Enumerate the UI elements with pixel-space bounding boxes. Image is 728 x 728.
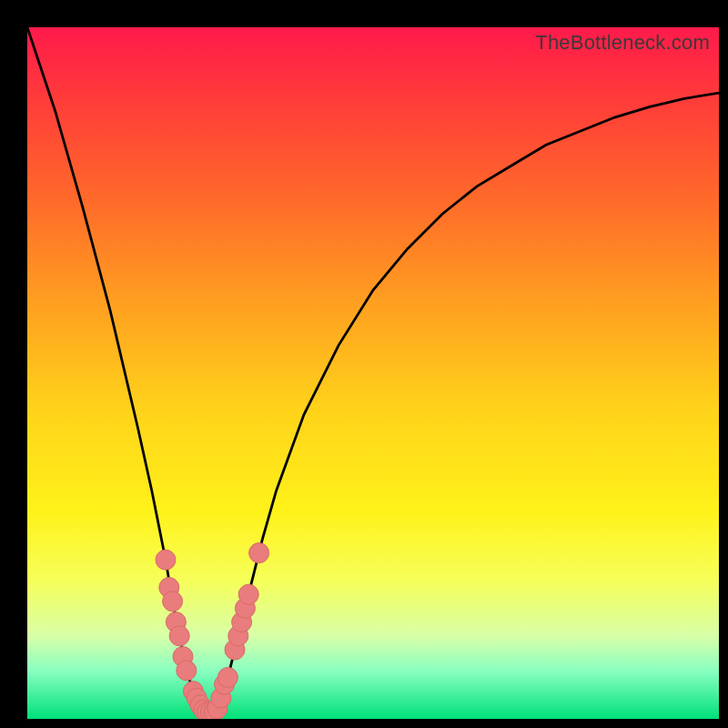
- data-marker: [159, 578, 179, 598]
- data-marker: [249, 543, 269, 563]
- bottleneck-curve: [27, 27, 719, 712]
- marker-group: [156, 543, 269, 719]
- data-marker: [204, 702, 224, 719]
- plot-area: TheBottleneck.com: [27, 27, 719, 719]
- data-marker: [173, 647, 193, 667]
- data-marker: [177, 661, 197, 681]
- data-marker: [194, 700, 214, 719]
- data-marker: [183, 682, 203, 702]
- data-marker: [190, 695, 210, 715]
- data-marker: [163, 592, 183, 612]
- data-marker: [211, 688, 231, 708]
- data-marker: [215, 674, 235, 694]
- data-marker: [200, 702, 220, 719]
- data-marker: [207, 699, 228, 719]
- data-marker: [238, 584, 258, 604]
- data-marker: [232, 612, 252, 632]
- data-marker: [225, 640, 245, 660]
- watermark-text: TheBottleneck.com: [535, 31, 710, 55]
- curve-layer: [27, 27, 719, 719]
- data-marker: [197, 702, 217, 719]
- data-marker: [217, 667, 238, 687]
- data-marker: [169, 626, 189, 646]
- chart-frame: TheBottleneck.com: [0, 0, 728, 728]
- data-marker: [166, 612, 186, 632]
- data-marker: [156, 550, 176, 570]
- data-marker: [187, 688, 207, 708]
- data-marker: [235, 598, 255, 618]
- data-marker: [228, 626, 248, 646]
